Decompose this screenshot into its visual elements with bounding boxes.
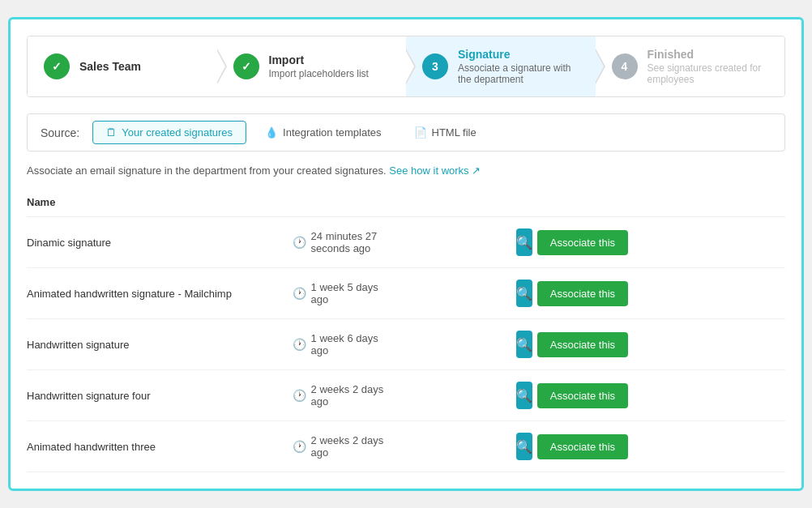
step-signature-number: 3 [432, 60, 438, 73]
sig-time-text-2: 1 week 6 days ago [311, 332, 387, 356]
search-icon-2: 🔍 [516, 337, 532, 352]
source-label: Source: [41, 126, 79, 139]
tab-integration-templates[interactable]: 💧 Integration templates [251, 121, 395, 144]
column-name: Name [27, 190, 293, 217]
clock-icon-1: 🕐 [293, 287, 306, 300]
step-finished-icon: 4 [612, 53, 638, 79]
step-finished-title: Finished [647, 48, 769, 61]
step-signature-text: Signature Associate a signature with the… [458, 48, 579, 85]
sig-name-0: Dinamic signature [27, 217, 293, 268]
step-signature-title: Signature [458, 48, 579, 61]
search-icon-4: 🔍 [516, 439, 532, 455]
search-icon-0: 🔍 [516, 235, 532, 250]
sig-time-text-0: 24 minutes 27 seconds ago [311, 230, 387, 254]
clock-icon-2: 🕐 [293, 338, 306, 351]
step-sales-team-text: Sales Team [79, 60, 141, 73]
tab-your-signatures[interactable]: 🗒 Your created signatures [92, 121, 246, 144]
checkmark-icon-2: ✓ [241, 60, 251, 73]
tab-html-file[interactable]: 📄 HTML file [400, 121, 490, 144]
step-sales-team: ✓ Sales Team [28, 36, 217, 96]
step-import: ✓ Import Import placeholders list [217, 36, 407, 96]
sig-actions-cell-0: 🔍 Associate this [561, 217, 785, 268]
checkmark-icon: ✓ [52, 60, 62, 73]
associate-button-0[interactable]: Associate this [537, 230, 628, 255]
sig-actions-cell-1: 🔍 Associate this [561, 268, 785, 319]
sig-name-4: Animated handwritten three [27, 421, 293, 472]
main-container: ✓ Sales Team ✓ Import Import placeholder… [8, 17, 804, 491]
sig-name-2: Handwritten signature [27, 319, 293, 370]
sig-name-3: Handwritten signature four [27, 370, 293, 421]
see-how-it-works-link[interactable]: See how it works ↗ [389, 164, 481, 177]
step-import-sub: Import placeholders list [269, 68, 369, 79]
table-row: Animated handwritten three 🕐 2 weeks 2 d… [27, 421, 785, 472]
column-actions [561, 190, 785, 217]
preview-button-2[interactable]: 🔍 [516, 331, 532, 358]
step-sales-team-title: Sales Team [79, 60, 141, 73]
signatures-table: Name Dinamic signature 🕐 24 minutes 27 s… [27, 190, 785, 472]
table-row: Animated handwritten signature - Mailchi… [27, 268, 785, 319]
sig-actions-cell-3: 🔍 Associate this [561, 370, 785, 421]
preview-button-0[interactable]: 🔍 [516, 228, 532, 256]
step-import-title: Import [269, 53, 369, 66]
associate-button-3[interactable]: Associate this [537, 383, 628, 408]
sig-name-1: Animated handwritten signature - Mailchi… [27, 268, 293, 319]
info-text: Associate an email signature in the depa… [27, 164, 785, 177]
integration-templates-label: Integration templates [283, 126, 381, 139]
html-file-icon: 📄 [414, 126, 427, 139]
step-finished-number: 4 [622, 60, 628, 73]
table-row: Dinamic signature 🕐 24 minutes 27 second… [27, 217, 785, 268]
clock-icon-4: 🕐 [293, 440, 306, 453]
associate-button-4[interactable]: Associate this [537, 434, 628, 459]
step-finished: 4 Finished See signatures created for em… [596, 36, 785, 96]
step-import-icon: ✓ [233, 53, 259, 79]
preview-button-1[interactable]: 🔍 [516, 280, 532, 307]
your-signatures-icon: 🗒 [106, 126, 117, 139]
sig-time-text-4: 2 weeks 2 days ago [311, 434, 387, 459]
sig-time-text-1: 1 week 5 days ago [311, 281, 387, 305]
clock-icon-0: 🕐 [293, 236, 306, 249]
search-icon-1: 🔍 [516, 286, 532, 301]
preview-button-4[interactable]: 🔍 [516, 433, 532, 460]
clock-icon-3: 🕐 [293, 389, 306, 402]
step-finished-text: Finished See signatures created for empl… [647, 48, 769, 85]
step-finished-sub: See signatures created for employees [647, 62, 769, 85]
sig-actions-cell-4: 🔍 Associate this [561, 421, 785, 472]
column-time [293, 190, 561, 217]
source-bar: Source: 🗒 Your created signatures 💧 Inte… [27, 113, 785, 152]
table-row: Handwritten signature four 🕐 2 weeks 2 d… [27, 370, 785, 421]
associate-button-1[interactable]: Associate this [537, 281, 628, 306]
step-signature-sub: Associate a signature with the departmen… [458, 62, 579, 85]
step-signature: 3 Signature Associate a signature with t… [406, 36, 596, 96]
preview-button-3[interactable]: 🔍 [516, 382, 532, 409]
sig-time-text-3: 2 weeks 2 days ago [311, 383, 387, 408]
sig-actions-cell-2: 🔍 Associate this [561, 319, 785, 370]
step-import-text: Import Import placeholders list [269, 53, 369, 79]
your-signatures-label: Your created signatures [122, 126, 233, 139]
search-icon-3: 🔍 [516, 388, 532, 403]
step-signature-icon: 3 [422, 53, 448, 79]
associate-button-2[interactable]: Associate this [537, 332, 628, 357]
table-row: Handwritten signature 🕐 1 week 6 days ag… [27, 319, 785, 370]
step-sales-team-icon: ✓ [44, 53, 70, 79]
integration-templates-icon: 💧 [265, 126, 278, 139]
stepper: ✓ Sales Team ✓ Import Import placeholder… [27, 36, 785, 97]
html-file-label: HTML file [432, 126, 477, 139]
